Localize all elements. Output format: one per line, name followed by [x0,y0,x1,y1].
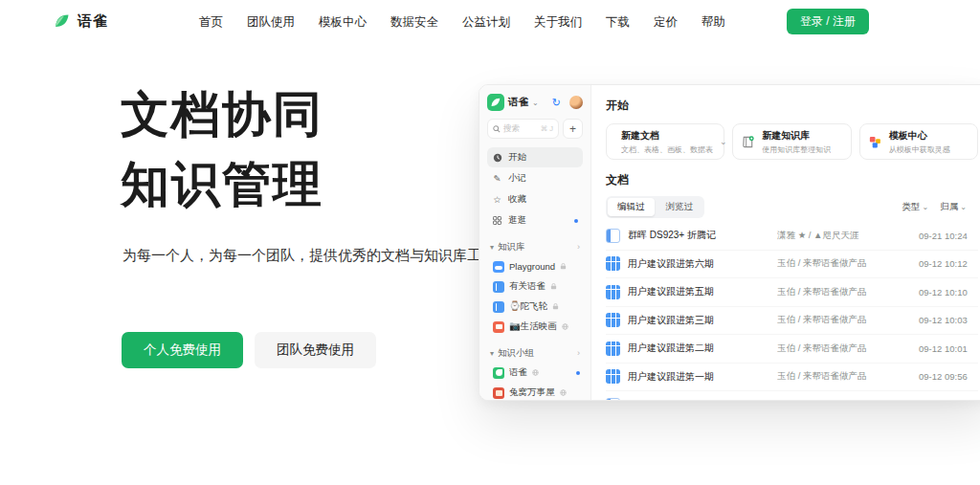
kb-item-about-yuque[interactable]: 有关语雀 [487,276,583,297]
nav-item-charity[interactable]: 公益计划 [462,14,510,31]
doc-list: 群晖 DS923+ 折腾记 潇雅 ★ / ▲咫尺天涯 09-21 10:24 用… [606,222,978,401]
nav-item-teams[interactable]: 团队使用 [247,14,295,31]
kb-item-tourbillon[interactable]: ⌚陀飞轮 [487,297,583,317]
app-screenshot-window: 语雀 ⌄ ↻ 搜索 ⌘ J + 开始 ✎ [479,84,980,401]
sidebar-item-explore[interactable]: 逛逛 [487,210,583,231]
tab-viewed[interactable]: 浏览过 [657,198,703,216]
notification-dot [574,219,578,223]
start-heading: 开始 [606,98,978,114]
doc-owner: 兔窝万事屋 / 兔窝大计 [777,399,911,401]
card-text: 新建文档 文档、表格、画板、数据表 [621,129,713,155]
doc-row[interactable]: 用户建议跟进第三期 玉伯 / 来帮语雀做产品 09-12 10:03 [606,307,978,336]
sync-refresh-icon[interactable]: ↻ [552,97,561,109]
doc-owner: 玉伯 / 来帮语雀做产品 [777,314,911,326]
search-input[interactable]: 搜索 ⌘ J [487,119,559,139]
sidebar-item-notes[interactable]: ✎ 小记 [487,168,583,188]
login-register-button[interactable]: 登录 / 注册 [787,9,869,34]
sidebar-item-label: 小记 [508,172,526,185]
yuque-logo[interactable]: 语雀 [53,11,108,31]
nav-item-help[interactable]: 帮助 [702,14,725,31]
group-label: 兔窝万事屋 [509,386,555,399]
doc-row[interactable]: 群晖 DS923+ 折腾记 潇雅 ★ / ▲咫尺天涯 09-21 10:24 [606,222,978,251]
kb-label: ⌚陀飞轮 [509,300,547,313]
chevron-down-icon: ⌄ [960,203,967,211]
nav-item-security[interactable]: 数据安全 [390,14,438,31]
doc-time: 09-12 10:12 [919,258,978,269]
nav-item-pricing[interactable]: 定价 [654,14,678,31]
filter-owner[interactable]: 归属⌄ [940,201,967,213]
nav-item-templates[interactable]: 模板中心 [319,14,367,31]
tab-edited[interactable]: 编辑过 [608,198,655,216]
doc-row[interactable]: 用户建议跟进第一期 玉伯 / 来帮语雀做产品 09-12 09:56 [606,364,978,392]
card-title: 新建文档 [621,129,713,143]
doc-time: 09-12 10:01 [919,343,978,354]
sidebar-brand-row: 语雀 ⌄ ↻ [487,94,583,111]
sidebar-search-row: 搜索 ⌘ J + [487,119,583,139]
filter-type[interactable]: 类型⌄ [902,201,929,213]
group-item-yuque[interactable]: 语雀 [487,363,583,383]
sidebar-item-start[interactable]: 开始 [487,147,583,167]
doc-row[interactable]: 用户建议跟进第二期 玉伯 / 来帮语雀做产品 09-12 10:01 [606,335,978,364]
nav-item-download[interactable]: 下载 [606,14,630,31]
app-sidebar: 语雀 ⌄ ↻ 搜索 ⌘ J + 开始 ✎ [479,85,591,400]
doc-type-icon [606,285,620,299]
doc-type-icon [606,369,620,384]
new-item-button[interactable]: + [563,119,583,139]
docs-filters: 类型⌄ 归属⌄ [902,201,978,213]
chevron-down-icon[interactable]: ⌄ [532,99,539,107]
user-avatar[interactable] [569,96,583,109]
sidebar-item-favorites[interactable]: ☆ 收藏 [487,189,583,209]
nav-menu: 首页 团队使用 模板中心 数据安全 公益计划 关于我们 下载 定价 帮助 [199,0,725,44]
section-label: 知识库 [498,241,525,254]
section-knowledge-bases[interactable]: ▾ 知识库 › [487,237,583,256]
sidebar-brand-name[interactable]: 语雀 [508,96,528,109]
star-icon: ☆ [492,194,502,205]
yuque-app-logo-icon[interactable] [487,94,504,111]
new-kb-card[interactable]: 新建知识库 使用知识库整理知识 [732,123,851,160]
kb-label: Playground [509,261,555,272]
personal-free-button[interactable]: 个人免费使用 [122,332,243,368]
search-shortcut: ⌘ J [541,124,553,133]
template-center-card[interactable]: 模板中心 从模板中获取灵感 [859,123,978,160]
doc-row[interactable]: 用户建议跟进第六期 玉伯 / 来帮语雀做产品 09-12 10:12 [606,251,978,279]
doc-type-icon [606,398,620,401]
section-knowledge-groups[interactable]: ▾ 知识小组 › [487,343,583,363]
group-label: 语雀 [509,366,527,379]
lock-icon [552,303,559,310]
doc-owner: 玉伯 / 来帮语雀做产品 [777,257,911,270]
doc-owner: 玉伯 / 来帮语雀做产品 [777,370,911,383]
sidebar-item-label: 逛逛 [508,214,526,227]
browse-grid-icon [492,216,502,225]
kb-item-life-film[interactable]: 📷生活映画 [487,317,583,337]
group-icon [493,367,504,379]
lock-icon [560,263,567,270]
top-nav: 语雀 首页 团队使用 模板中心 数据安全 公益计划 关于我们 下载 定价 帮助 … [0,0,980,44]
kb-item-playground[interactable]: Playground [487,256,583,276]
globe-icon [532,369,539,376]
doc-type-icon [606,313,620,327]
docs-heading: 文档 [606,172,978,188]
doc-title: 用户建议跟进第三期 [628,314,769,327]
doc-type-icon [606,342,620,356]
hero-cta-group: 个人免费使用 团队免费使用 [122,332,376,368]
doc-title: 用户建议跟进第一期 [628,370,769,384]
doc-row[interactable]: 用户建议跟进第五期 玉伯 / 来帮语雀做产品 09-12 10:10 [606,278,978,307]
kb-label: 📷生活映画 [509,320,557,333]
card-subtitle: 从模板中获取灵感 [889,144,950,155]
doc-owner: 玉伯 / 来帮语雀做产品 [777,342,911,355]
nav-item-home[interactable]: 首页 [199,14,223,31]
team-free-button[interactable]: 团队免费使用 [255,332,376,368]
nav-item-about[interactable]: 关于我们 [534,14,582,31]
chevron-down-icon[interactable]: ⌄ [720,137,727,146]
group-icon [493,387,504,399]
hero-title-line2: 知识管理 [121,150,323,220]
card-subtitle: 文档、表格、画板、数据表 [621,144,713,155]
chevron-down-icon: ⌄ [923,203,929,211]
card-text: 模板中心 从模板中获取灵感 [889,129,950,155]
doc-row[interactable]: 兔窝数据中心 兔窝万事屋 / 兔窝大计 09-08 15:33 [606,391,978,401]
hero-subtitle: 为每一个人，为每一个团队，提供优秀的文档与知识库工具 [122,247,496,265]
section-caret-icon: ▾ [490,349,494,358]
new-doc-card[interactable]: 新建文档 文档、表格、画板、数据表 ⌄ [606,123,724,160]
group-item-wanshiwu[interactable]: 兔窝万事屋 [487,383,583,401]
kb-icon [493,301,504,313]
